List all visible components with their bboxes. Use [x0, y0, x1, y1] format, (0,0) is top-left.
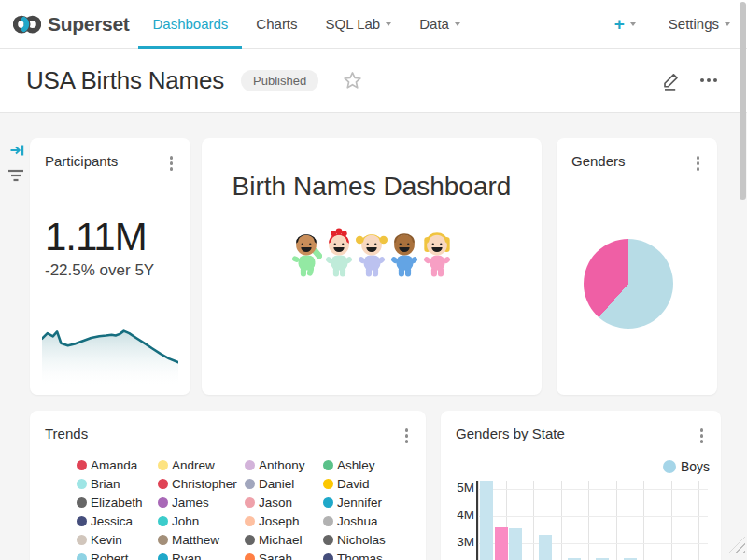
trends-card: Trends AmandaAndrewAnthonyAshleyBrianChr… [30, 411, 426, 560]
card-title: Genders [571, 153, 626, 169]
legend-dot [323, 516, 333, 526]
infinity-logo-icon [13, 10, 41, 38]
nav-item-data[interactable]: Data [405, 0, 474, 49]
legend-item-elizabeth[interactable]: Elizabeth [77, 493, 158, 511]
participants-card: Participants 1.11M -22.5% over 5Y [30, 138, 190, 395]
more-options-icon[interactable] [697, 75, 721, 86]
title-actions [660, 70, 721, 91]
legend-item-michael[interactable]: Michael [245, 530, 323, 549]
legend-item-james[interactable]: James [158, 493, 245, 511]
legend-dot [158, 516, 168, 526]
legend-item-jessica[interactable]: Jessica [77, 511, 158, 530]
child-figure-1 [290, 227, 322, 281]
legend-dot [158, 553, 168, 560]
legend-item-sarah[interactable]: Sarah [245, 549, 323, 560]
bar [539, 535, 552, 560]
legend-item-daniel[interactable]: Daniel [245, 474, 323, 493]
y-axis-tick-label: 4M [443, 508, 474, 522]
y-axis-tick-label: 3M [443, 535, 474, 549]
dashboard-title: USA Births Names [26, 66, 224, 95]
dashboard-header: USA Births Names Published [0, 49, 747, 113]
legend-dot [323, 553, 333, 560]
trends-legend: AmandaAndrewAnthonyAshleyBrianChristophe… [77, 455, 398, 560]
legend-dot [245, 535, 255, 545]
legend-dot [245, 516, 255, 526]
card-title: Trends [45, 426, 88, 441]
resize-handle-icon[interactable] [729, 537, 745, 553]
legend-dot [77, 535, 87, 545]
participants-trendline-chart [42, 308, 178, 385]
markdown-header-card: Birth Names Dashboard [202, 138, 542, 395]
legend-dot [323, 535, 333, 545]
legend-item-nicholas[interactable]: Nicholas [323, 530, 398, 549]
legend-item-joshua[interactable]: Joshua [323, 511, 398, 530]
genders-card: Genders [557, 138, 717, 395]
legend-item-jason[interactable]: Jason [245, 493, 323, 511]
child-figure-2 [323, 227, 355, 281]
children-illustration [202, 227, 542, 281]
legend-dot [323, 497, 333, 508]
kebab-menu-icon[interactable] [401, 426, 414, 446]
legend-item-robert[interactable]: Robert [77, 549, 158, 560]
genders-by-state-bar-chart: 5M4M3M [441, 411, 721, 560]
legend-dot [77, 460, 87, 470]
plus-icon: + [614, 15, 625, 33]
genders-pie-chart[interactable] [584, 239, 673, 329]
edit-dashboard-icon[interactable] [660, 70, 682, 91]
legend-dot [158, 460, 168, 470]
legend-dot [158, 497, 168, 508]
brand-name: Superset [48, 13, 129, 35]
legend-item-ashley[interactable]: Ashley [323, 455, 398, 474]
legend-item-david[interactable]: David [323, 474, 398, 493]
legend-dot [77, 497, 87, 508]
legend-dot [245, 553, 255, 560]
published-badge[interactable]: Published [241, 70, 318, 91]
child-figure-4 [388, 227, 420, 281]
legend-item-brian[interactable]: Brian [77, 474, 158, 493]
legend-item-thomas[interactable]: Thomas [323, 549, 398, 560]
chevron-down-icon [455, 22, 460, 26]
nav-menu: Dashboards Charts SQL Lab Data [138, 0, 473, 49]
legend-item-andrew[interactable]: Andrew [158, 455, 245, 474]
expand-filter-panel-icon[interactable] [9, 142, 26, 162]
y-axis-line [476, 481, 478, 560]
child-figure-5 [421, 227, 453, 281]
filter-funnel-icon[interactable] [7, 167, 24, 188]
nav-item-charts[interactable]: Charts [242, 0, 311, 49]
legend-item-john[interactable]: John [158, 511, 245, 530]
legend-item-joseph[interactable]: Joseph [245, 511, 323, 530]
legend-dot [158, 479, 168, 489]
legend-item-amanda[interactable]: Amanda [77, 455, 158, 474]
legend-dot [158, 535, 168, 545]
top-nav: Superset Dashboards Charts SQL Lab Data … [0, 0, 747, 49]
big-number-value: 1.11M [45, 215, 147, 259]
legend-item-anthony[interactable]: Anthony [245, 455, 323, 474]
vertical-scrollbar[interactable] [740, 2, 746, 200]
settings-menu[interactable]: Settings [665, 16, 734, 32]
nav-item-sql-lab[interactable]: SQL Lab [312, 0, 406, 49]
legend-dot [245, 479, 255, 489]
legend-dot [77, 479, 87, 489]
favorite-star-icon[interactable] [343, 71, 362, 91]
superset-logo[interactable]: Superset [13, 10, 129, 38]
legend-dot [323, 460, 333, 470]
legend-item-jennifer[interactable]: Jennifer [323, 493, 398, 511]
legend-dot [77, 553, 87, 560]
legend-item-christopher[interactable]: Christopher [158, 474, 245, 493]
legend-item-matthew[interactable]: Matthew [158, 530, 245, 549]
legend-item-ryan[interactable]: Ryan [158, 549, 245, 560]
chevron-down-icon [630, 22, 636, 26]
kebab-menu-icon[interactable] [165, 153, 178, 174]
legend-dot [245, 497, 255, 508]
bar [495, 527, 508, 560]
new-item-button[interactable]: + [606, 15, 644, 33]
legend-item-kevin[interactable]: Kevin [77, 530, 158, 549]
bar [480, 481, 493, 560]
legend-dot [245, 460, 255, 470]
bar [509, 528, 522, 560]
child-figure-3 [356, 227, 388, 281]
big-number-delta: -22.5% over 5Y [45, 261, 154, 280]
card-title: Participants [45, 153, 118, 169]
nav-item-dashboards[interactable]: Dashboards [138, 0, 242, 49]
kebab-menu-icon[interactable] [692, 153, 705, 174]
